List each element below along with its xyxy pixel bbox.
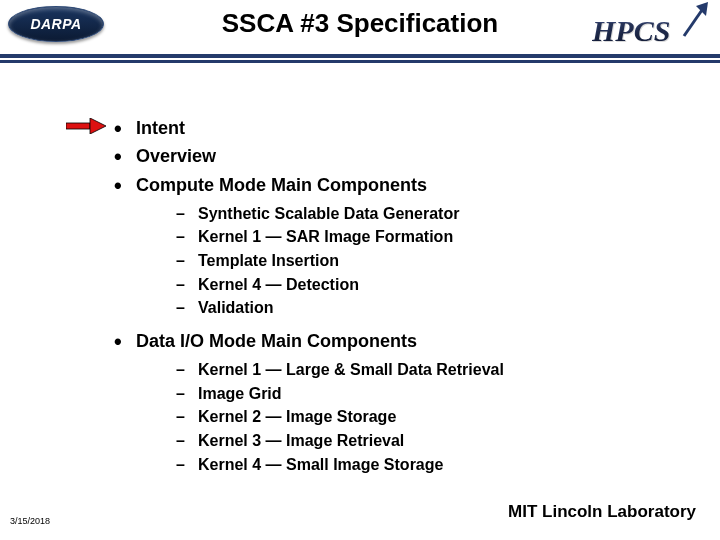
sub-text: Template Insertion bbox=[198, 252, 339, 269]
sub-text: Kernel 2 — Image Storage bbox=[198, 408, 396, 425]
slide: DARPA SSCA #3 Specification HPCS Intent … bbox=[0, 0, 720, 540]
list-item: Kernel 3 — Image Retrieval bbox=[176, 430, 670, 452]
list-item: Template Insertion bbox=[176, 250, 670, 272]
bullet-list: Intent Overview Compute Mode Main Compon… bbox=[110, 116, 670, 475]
list-item: Overview bbox=[110, 144, 670, 168]
list-item: Validation bbox=[176, 297, 670, 319]
sub-text: Kernel 3 — Image Retrieval bbox=[198, 432, 404, 449]
sub-text: Image Grid bbox=[198, 385, 282, 402]
bullet-text: Compute Mode Main Components bbox=[136, 175, 427, 195]
hpcs-logo: HPCS bbox=[592, 2, 712, 48]
sub-list: Synthetic Scalable Data Generator Kernel… bbox=[176, 203, 670, 319]
sub-list: Kernel 1 — Large & Small Data Retrieval … bbox=[176, 359, 670, 475]
list-item: Synthetic Scalable Data Generator bbox=[176, 203, 670, 225]
bullet-text: Intent bbox=[136, 118, 185, 138]
sub-text: Kernel 1 — SAR Image Formation bbox=[198, 228, 453, 245]
header: DARPA SSCA #3 Specification HPCS bbox=[0, 0, 720, 66]
sub-text: Validation bbox=[198, 299, 274, 316]
svg-rect-0 bbox=[66, 123, 90, 129]
list-item: Intent bbox=[110, 116, 670, 140]
list-item: Kernel 1 — Large & Small Data Retrieval bbox=[176, 359, 670, 381]
bullet-text: Data I/O Mode Main Components bbox=[136, 331, 417, 351]
sub-text: Synthetic Scalable Data Generator bbox=[198, 205, 459, 222]
list-item: Kernel 4 — Detection bbox=[176, 274, 670, 296]
sub-text: Kernel 4 — Detection bbox=[198, 276, 359, 293]
list-item: Kernel 4 — Small Image Storage bbox=[176, 454, 670, 476]
divider-thick bbox=[0, 54, 720, 58]
footer-lab: MIT Lincoln Laboratory bbox=[508, 502, 696, 522]
hpcs-logo-text: HPCS bbox=[592, 14, 688, 48]
list-item: Kernel 1 — SAR Image Formation bbox=[176, 226, 670, 248]
content: Intent Overview Compute Mode Main Compon… bbox=[110, 116, 670, 485]
pointer-arrow-icon bbox=[66, 118, 106, 134]
list-item: Data I/O Mode Main Components Kernel 1 —… bbox=[110, 329, 670, 475]
arrow-up-right-icon bbox=[680, 0, 710, 40]
divider-thin bbox=[0, 60, 720, 62]
sub-text: Kernel 1 — Large & Small Data Retrieval bbox=[198, 361, 504, 378]
list-item: Kernel 2 — Image Storage bbox=[176, 406, 670, 428]
footer-date: 3/15/2018 bbox=[10, 516, 50, 526]
sub-text: Kernel 4 — Small Image Storage bbox=[198, 456, 443, 473]
list-item: Image Grid bbox=[176, 383, 670, 405]
bullet-text: Overview bbox=[136, 146, 216, 166]
list-item: Compute Mode Main Components Synthetic S… bbox=[110, 173, 670, 319]
